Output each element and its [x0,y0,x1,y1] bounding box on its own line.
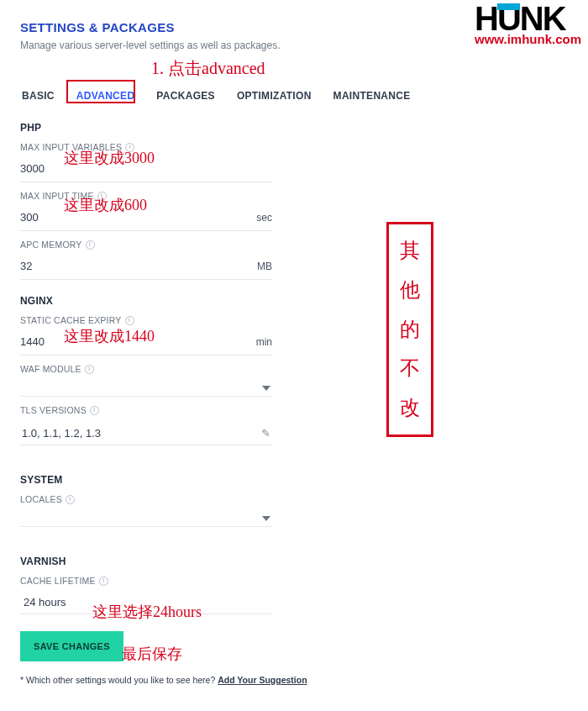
section-system: SYSTEM [20,474,571,486]
info-icon[interactable]: i [85,365,94,374]
chevron-down-icon [262,386,270,391]
label-waf: WAF MODULE i [20,364,571,374]
label-locales: LOCALES i [20,494,571,504]
input-static-cache[interactable] [20,334,240,350]
add-suggestion-link[interactable]: Add Your Suggestion [218,675,307,685]
pencil-icon[interactable]: ✎ [261,427,270,440]
label-static-cache: STATIC CACHE EXPIRY i [20,315,571,325]
info-icon[interactable]: i [90,406,99,415]
chevron-down-icon [262,516,270,521]
input-apc-memory[interactable] [20,258,240,274]
save-button[interactable]: SAVE CHANGES [20,631,123,661]
logo-url: www.imhunk.com [475,32,581,46]
label-apc-memory: APC MEMORY i [20,240,571,250]
section-varnish: VARNISH [20,556,571,567]
tabs: BASIC ADVANCED PACKAGES OPTIMIZATION MAI… [20,85,571,107]
dropdown-locales[interactable] [20,508,272,527]
section-php: PHP [20,122,571,134]
unit-mb: MB [249,261,272,272]
input-max-input-vars[interactable] [20,161,272,176]
label-max-input-vars: MAX INPUT VARIABLES i [20,142,571,152]
unit-min: min [249,336,272,348]
logo: HUNK www.imhunk.com [475,3,581,46]
tab-optimization[interactable]: OPTIMIZATION [235,85,313,107]
tls-versions-value: 1.0, 1.1, 1.2, 1.3 [22,427,101,440]
footer-note: * Which other settings would you like to… [20,675,571,685]
logo-mark: HUNK [475,3,581,34]
info-icon[interactable]: i [99,577,108,586]
tls-versions-row[interactable]: 1.0, 1.1, 1.2, 1.3 ✎ [20,419,272,445]
info-icon[interactable]: i [125,143,134,152]
info-icon[interactable]: i [66,495,75,504]
tab-packages[interactable]: PACKAGES [155,85,217,107]
label-tls: TLS VERSIONS i [20,405,571,415]
info-icon[interactable]: i [86,240,95,250]
tab-advanced[interactable]: ADVANCED [75,85,137,107]
select-cache-lifetime[interactable]: 24 hours [20,589,272,614]
dropdown-waf[interactable] [20,377,272,397]
tab-basic[interactable]: BASIC [20,85,56,107]
input-max-input-time[interactable] [20,209,240,225]
label-cache-lifetime: CACHE LIFETIME i [20,576,571,586]
label-max-input-time: MAX INPUT TIME i [20,191,571,201]
info-icon[interactable]: i [125,316,134,325]
tab-maintenance[interactable]: MAINTENANCE [332,85,412,107]
section-nginx: NGINX [20,295,571,307]
unit-sec: sec [249,212,272,224]
info-icon[interactable]: i [97,192,107,201]
